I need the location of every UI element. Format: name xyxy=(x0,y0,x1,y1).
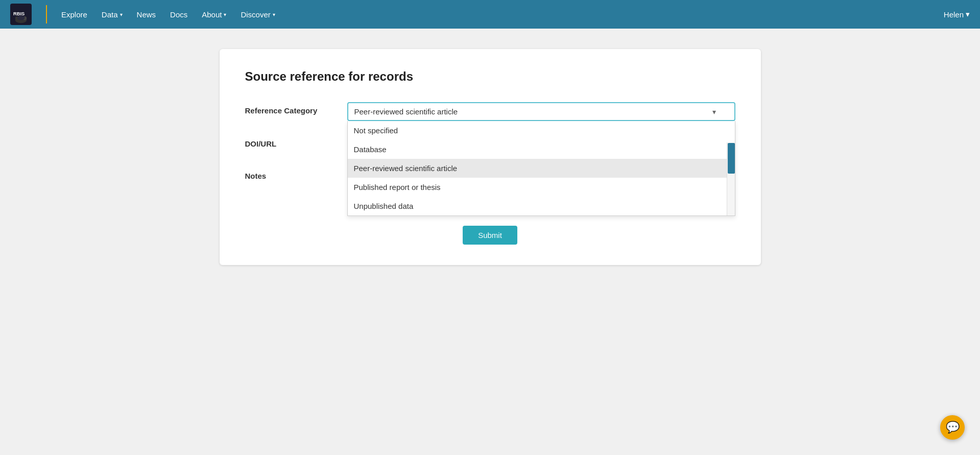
nav-divider xyxy=(46,5,47,23)
dropdown-option-database[interactable]: Database xyxy=(348,140,735,159)
discover-caret-icon: ▾ xyxy=(273,12,275,17)
user-menu[interactable]: Helen ▾ xyxy=(944,10,970,19)
main-content: Source reference for records Reference C… xyxy=(133,29,848,285)
user-caret-icon: ▾ xyxy=(966,10,970,19)
nav-links: Explore Data ▾ News Docs About ▾ Discove… xyxy=(55,7,944,22)
navbar: RBIS Explore Data ▾ News Docs About ▾ Di… xyxy=(0,0,980,29)
submit-row: Submit xyxy=(245,226,735,245)
reference-category-group: Reference Category Peer-reviewed scienti… xyxy=(245,102,735,121)
nav-docs[interactable]: Docs xyxy=(164,7,194,22)
nav-news[interactable]: News xyxy=(131,7,162,22)
reference-category-label: Reference Category xyxy=(245,102,347,115)
svg-text:RBIS: RBIS xyxy=(13,11,25,16)
nav-right: Helen ▾ xyxy=(944,10,970,19)
dropdown-scrollbar-thumb xyxy=(728,143,735,174)
about-caret-icon: ▾ xyxy=(224,12,226,17)
doi-url-label: DOI/URL xyxy=(245,135,347,148)
reference-category-dropdown[interactable]: Peer-reviewed scientific article ▾ Not s… xyxy=(347,102,735,121)
notes-label: Notes xyxy=(245,167,347,180)
dropdown-caret-icon: ▾ xyxy=(712,108,716,116)
rbis-logo-icon: RBIS xyxy=(11,10,31,24)
dropdown-scrollbar[interactable] xyxy=(727,142,735,215)
dropdown-list: Not specified Database Peer-reviewed sci… xyxy=(347,121,735,216)
form-card: Source reference for records Reference C… xyxy=(220,49,761,265)
svg-point-5 xyxy=(17,15,25,20)
data-caret-icon: ▾ xyxy=(120,12,123,17)
chat-icon: 💬 xyxy=(946,421,960,434)
dropdown-option-unpublished[interactable]: Unpublished data xyxy=(348,197,735,215)
page-title: Source reference for records xyxy=(245,69,735,84)
nav-explore[interactable]: Explore xyxy=(55,7,93,22)
dropdown-display[interactable]: Peer-reviewed scientific article ▾ xyxy=(347,102,735,121)
nav-about[interactable]: About ▾ xyxy=(196,7,232,22)
nav-discover[interactable]: Discover ▾ xyxy=(234,7,281,22)
chat-bubble[interactable]: 💬 xyxy=(940,415,965,440)
dropdown-option-peer-reviewed[interactable]: Peer-reviewed scientific article xyxy=(348,159,735,178)
submit-button[interactable]: Submit xyxy=(463,226,517,245)
nav-data[interactable]: Data ▾ xyxy=(95,7,129,22)
reference-category-wrapper: Peer-reviewed scientific article ▾ Not s… xyxy=(347,102,735,121)
dropdown-option-not-specified[interactable]: Not specified xyxy=(348,121,735,140)
dropdown-option-published-report[interactable]: Published report or thesis xyxy=(348,178,735,197)
brand-logo[interactable]: RBIS xyxy=(10,4,32,25)
